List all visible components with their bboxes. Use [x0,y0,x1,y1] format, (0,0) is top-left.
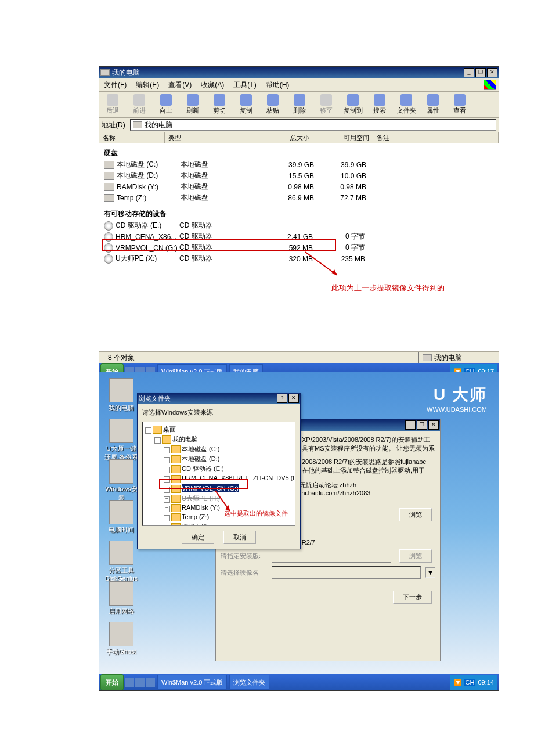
properties-button[interactable]: 属性 [421,93,445,116]
paste-button[interactable]: 粘贴 [261,93,285,116]
address-field[interactable]: 我的电脑 [130,119,496,131]
menu-tools[interactable]: 工具(T) [231,80,258,91]
browse-button[interactable]: 浏览 [399,508,432,521]
close-button[interactable]: ✕ [288,394,299,403]
folder-tree[interactable]: -桌面-我的电脑+本地磁盘 (C:)+本地磁盘 (D:)+CD 驱动器 (E:)… [142,422,295,526]
expand-icon[interactable]: - [145,427,151,434]
dialog-title: 浏览文件夹 [139,394,171,403]
drive-name: 本地磁盘 (D:) [117,171,181,181]
annotation-text: 此项为上一步提取镜像文件得到的 [331,283,445,293]
search-button[interactable]: 搜索 [367,93,392,116]
desktop-icon[interactable]: 手动Ghost [104,622,139,656]
tree-node[interactable]: +控制面板 [145,522,293,526]
back-button: 后退 [100,93,125,116]
minimize-button[interactable]: _ [405,420,416,430]
start-button[interactable]: 开始 [100,674,124,690]
col-type[interactable]: 类型 [165,132,259,143]
desktop-icon[interactable]: 我的电脑 [104,378,139,412]
delete-button[interactable]: 删除 [287,93,312,116]
cancel-button[interactable]: 取消 [223,531,256,544]
next-button[interactable]: 下一步 [393,591,432,604]
browse-button-disabled: 浏览 [399,549,432,563]
desktop-icon[interactable]: 电脑时间 [104,500,139,534]
copy-button[interactable]: 复制 [234,93,258,116]
expand-icon[interactable]: - [154,437,161,444]
expand-icon[interactable]: + [164,515,170,521]
svg-line-0 [305,252,337,275]
tree-node[interactable]: -我的电脑 [145,434,293,444]
menu-edit[interactable]: 编辑(E) [134,80,161,91]
copyto-button[interactable]: 复制到 [341,93,365,116]
close-button[interactable]: ✕ [487,68,497,77]
system-tray[interactable]: 🔽CH09:14 [450,675,497,690]
quicklaunch-icon[interactable] [125,678,134,687]
drive-size: 86.9 MB [268,194,314,202]
ok-button[interactable]: 确定 [182,531,214,544]
refresh-button[interactable]: 刷新 [181,93,205,116]
drive-row[interactable]: RAMDisk (Y:)本地磁盘0.98 MB0.98 MB [99,181,499,192]
taskbar-app1[interactable]: Win$Man v2.0 正式版 [157,675,227,690]
drive-avail: 72.7 MB [314,194,366,202]
expand-icon[interactable]: + [164,496,170,503]
desc-text2: 2008/2008 R2/7)的安装思路是参照fujianabc 在他的基础上添… [302,458,435,475]
col-note[interactable]: 备注 [373,132,499,143]
drive-icon [104,172,114,180]
drive-row[interactable]: 本地磁盘 (D:)本地磁盘15.5 GB10.0 GB [99,170,499,181]
tree-node[interactable]: +CD 驱动器 (E:) [145,464,293,474]
col-name[interactable]: 名称 [99,132,165,143]
view-button[interactable]: 查看 [448,93,472,116]
expand-icon[interactable]: + [164,447,170,453]
desktop-icon[interactable]: 启用网络 [104,581,139,615]
up-button[interactable]: 向上 [154,93,178,116]
maximize-button[interactable]: ❐ [417,420,427,430]
drive-icon [104,161,114,169]
drive-name: U大师PE (X:) [116,254,179,264]
tree-node[interactable]: +本地磁盘 (C:) [145,444,293,454]
col-total[interactable]: 总大小 [259,132,313,143]
maximize-button[interactable]: ❐ [475,68,486,77]
forward-button: 前进 [127,93,151,116]
titlebar[interactable]: 我的电脑 _ ❐ ✕ [99,67,499,78]
icon-label: 我的电脑 [104,404,139,412]
expand-icon[interactable]: + [164,525,170,526]
menu-favorites[interactable]: 收藏(A) [199,80,226,91]
group-harddisk: 硬盘 [99,147,499,159]
menu-file[interactable]: 文件(F) [102,80,129,91]
quicklaunch-icon[interactable] [135,678,145,687]
drive-avail: 39.9 GB [314,161,366,169]
cut-button[interactable]: 剪切 [207,93,232,116]
desktop-icon[interactable]: 分区工具DiskGenius [104,541,139,582]
desktop-icon[interactable]: Windows安装 [104,459,139,502]
folder-icon [171,465,181,473]
menu-help[interactable]: 帮助(H) [264,80,292,91]
group-removable: 有可移动存储的设备 [99,208,499,220]
drive-row[interactable]: Temp (Z:)本地磁盘86.9 MB72.7 MB [99,192,499,203]
minimize-button[interactable]: _ [464,68,474,77]
folder-icon [171,495,181,503]
tree-node[interactable]: +本地磁盘 (D:) [145,454,293,464]
drive-type: 本地磁盘 [181,171,268,181]
folder-icon [171,504,181,512]
app-icon [109,500,134,524]
tree-label: 控制面板 [182,523,207,526]
icon-label: 电脑时间 [104,525,139,534]
drive-row[interactable]: 本地磁盘 (C:)本地磁盘39.9 GB39.9 GB [99,159,499,170]
drive-row[interactable]: CD 驱动器 (E:)CD 驱动器 [99,220,499,231]
help-button[interactable]: ? [277,394,287,403]
tree-node[interactable]: -桌面 [145,424,293,434]
menu-view[interactable]: 查看(V) [166,80,194,91]
close-button[interactable]: ✕ [428,420,439,430]
drive-type: 本地磁盘 [181,182,268,192]
folders-button[interactable]: 文件夹 [394,93,418,116]
drive-type: CD 驱动器 [179,221,266,231]
expand-icon[interactable]: + [164,467,170,473]
taskbar-app2[interactable]: 浏览文件夹 [229,675,269,690]
quicklaunch-icon[interactable] [146,678,155,687]
expand-icon[interactable]: + [164,506,170,512]
tree-label: 我的电脑 [172,435,198,442]
drive-type: 本地磁盘 [181,193,268,203]
window-title: 我的电脑 [112,68,140,78]
expand-icon[interactable]: + [164,457,170,463]
drive-row[interactable]: U大师PE (X:)CD 驱动器320 MB235 MB [99,253,499,264]
col-avail[interactable]: 可用空间 [313,132,373,143]
